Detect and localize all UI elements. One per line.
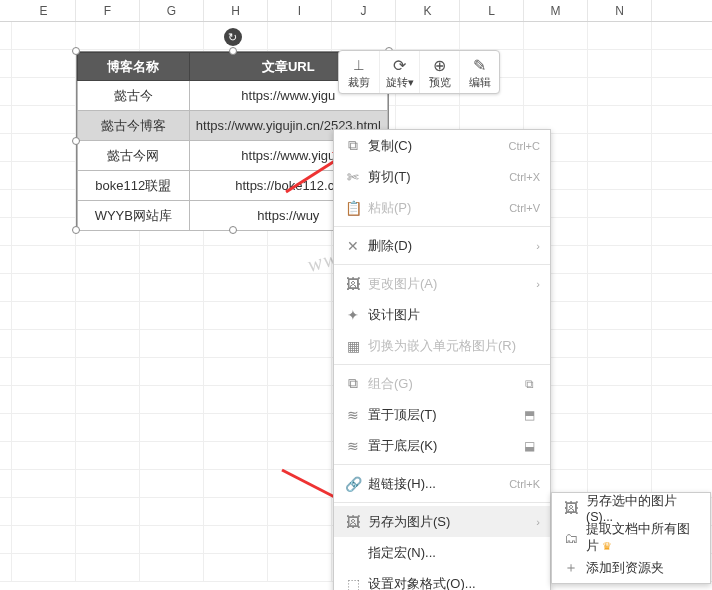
layer-side-icon[interactable]: ⬒ <box>518 408 540 422</box>
images-icon: 🗂 <box>560 530 582 546</box>
col-hdr[interactable]: K <box>396 0 460 21</box>
table-header: 博客名称 <box>78 53 190 81</box>
palette-icon: ✦ <box>342 307 364 323</box>
col-hdr[interactable]: E <box>12 0 76 21</box>
resize-handle[interactable] <box>229 226 237 234</box>
menu-paste: 📋 粘贴(P) Ctrl+V <box>334 192 550 223</box>
context-menu: ⧉ 复制(C) Ctrl+C ✄ 剪切(T) Ctrl+X 📋 粘贴(P) Ct… <box>333 129 551 590</box>
preview-button[interactable]: ⊕ 预览 <box>419 51 459 93</box>
crop-button[interactable]: ⟂ 裁剪 <box>339 51 379 93</box>
zoom-in-icon: ⊕ <box>422 55 457 75</box>
col-hdr[interactable]: L <box>460 0 524 21</box>
menu-bring-to-front[interactable]: ≋ 置于顶层(T) ⬒ <box>334 399 550 430</box>
mini-label: 旋转▾ <box>382 75 417 90</box>
layer-side-icon[interactable]: ⬓ <box>518 439 540 453</box>
rotate-handle-icon[interactable]: ↻ <box>224 28 242 46</box>
format-icon: ⬚ <box>342 576 364 591</box>
embed-icon: ▦ <box>342 338 364 354</box>
image-mini-toolbar: ⟂ 裁剪 ⟳ 旋转▾ ⊕ 预览 ✎ 编辑 <box>338 50 500 94</box>
menu-design-image[interactable]: ✦ 设计图片 <box>334 299 550 330</box>
mini-label: 裁剪 <box>341 75 377 90</box>
image-icon: 🖼 <box>342 276 364 292</box>
resize-handle[interactable] <box>72 137 80 145</box>
col-hdr[interactable]: H <box>204 0 268 21</box>
menu-group: ⧉ 组合(G) ⧉ <box>334 368 550 399</box>
cut-icon: ✄ <box>342 169 364 185</box>
submenu-add-resource[interactable]: ＋ 添加到资源夹 <box>552 553 710 583</box>
menu-hyperlink[interactable]: 🔗 超链接(H)... Ctrl+K <box>334 468 550 499</box>
resize-handle[interactable] <box>229 47 237 55</box>
separator <box>334 364 550 365</box>
folder-add-icon: ＋ <box>560 559 582 577</box>
rotate-icon: ⟳ <box>382 55 417 75</box>
layer-top-icon: ≋ <box>342 407 364 423</box>
menu-change-image: 🖼 更改图片(A) › <box>334 268 550 299</box>
col-hdr[interactable]: F <box>76 0 140 21</box>
chevron-right-icon: › <box>530 240 540 252</box>
col-hdr[interactable]: I <box>268 0 332 21</box>
menu-save-as-image[interactable]: 🖼 另存为图片(S) › <box>334 506 550 537</box>
save-image-icon: 🖼 <box>342 514 364 530</box>
rotate-button[interactable]: ⟳ 旋转▾ <box>379 51 419 93</box>
image-edit-icon: ✎ <box>462 55 497 75</box>
menu-copy[interactable]: ⧉ 复制(C) Ctrl+C <box>334 130 550 161</box>
col-hdr[interactable]: J <box>332 0 396 21</box>
col-hdr[interactable]: M <box>524 0 588 21</box>
edit-button[interactable]: ✎ 编辑 <box>459 51 499 93</box>
separator <box>334 464 550 465</box>
separator <box>334 502 550 503</box>
menu-embed-cell-image: ▦ 切换为嵌入单元格图片(R) <box>334 330 550 361</box>
menu-cut[interactable]: ✄ 剪切(T) Ctrl+X <box>334 161 550 192</box>
separator <box>334 264 550 265</box>
resize-handle[interactable] <box>72 226 80 234</box>
chevron-right-icon: › <box>530 278 540 290</box>
separator <box>334 226 550 227</box>
layer-bottom-icon: ≋ <box>342 438 364 454</box>
menu-format-object[interactable]: ⬚ 设置对象格式(O)... <box>334 568 550 590</box>
group-side-icon: ⧉ <box>518 377 540 391</box>
resize-handle[interactable] <box>72 47 80 55</box>
menu-send-to-back[interactable]: ≋ 置于底层(K) ⬓ <box>334 430 550 461</box>
mini-label: 预览 <box>422 75 457 90</box>
copy-icon: ⧉ <box>342 137 364 154</box>
image-icon: 🖼 <box>560 500 582 516</box>
crown-icon: ♛ <box>602 540 612 552</box>
column-headers: E F G H I J K L M N <box>0 0 712 22</box>
col-hdr[interactable]: N <box>588 0 652 21</box>
col-hdr[interactable]: G <box>140 0 204 21</box>
menu-assign-macro[interactable]: 指定宏(N)... <box>334 537 550 568</box>
paste-icon: 📋 <box>342 200 364 216</box>
submenu-extract-all[interactable]: 🗂 提取文档中所有图片♛ <box>552 523 710 553</box>
group-icon: ⧉ <box>342 375 364 392</box>
mini-label: 编辑 <box>462 75 497 90</box>
crop-icon: ⟂ <box>341 55 377 75</box>
delete-icon: ✕ <box>342 238 364 254</box>
link-icon: 🔗 <box>342 476 364 492</box>
menu-delete[interactable]: ✕ 删除(D) › <box>334 230 550 261</box>
save-as-image-submenu: 🖼 另存选中的图片(S)... 🗂 提取文档中所有图片♛ ＋ 添加到资源夹 <box>551 492 711 584</box>
submenu-save-selected[interactable]: 🖼 另存选中的图片(S)... <box>552 493 710 523</box>
chevron-right-icon: › <box>530 516 540 528</box>
